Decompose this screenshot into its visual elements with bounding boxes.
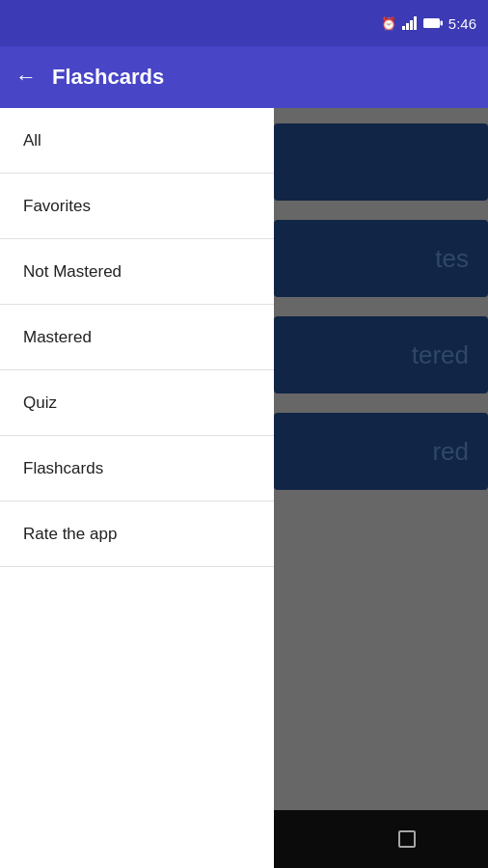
drawer-item-mastered[interactable]: Mastered xyxy=(0,305,274,370)
drawer: All Favorites Not Mastered Mastered Quiz… xyxy=(0,108,274,868)
svg-rect-1 xyxy=(406,23,409,30)
svg-rect-0 xyxy=(402,26,405,30)
back-button[interactable]: ← xyxy=(15,65,37,90)
svg-rect-2 xyxy=(410,20,413,30)
drawer-item-all[interactable]: All xyxy=(0,108,274,174)
app-bar: ← Flashcards xyxy=(0,46,488,108)
drawer-item-quiz[interactable]: Quiz xyxy=(0,370,274,436)
drawer-item-rate-the-app[interactable]: Rate the app xyxy=(0,502,274,567)
svg-rect-3 xyxy=(414,16,417,30)
battery-icon xyxy=(423,17,443,29)
drawer-item-not-mastered[interactable]: Not Mastered xyxy=(0,239,274,305)
status-icons: ⏰ 5:46 xyxy=(381,15,476,32)
app-bar-title: Flashcards xyxy=(52,65,164,90)
signal-icon xyxy=(402,16,418,30)
drawer-item-flashcards[interactable]: Flashcards xyxy=(0,436,274,502)
main-content: All Favorites Not Mastered Mastered Quiz… xyxy=(0,108,488,868)
status-time: 5:46 xyxy=(448,15,476,32)
svg-rect-4 xyxy=(423,18,440,28)
svg-rect-5 xyxy=(440,21,443,26)
bg-content: tes tered red xyxy=(274,108,488,868)
overlay-dim[interactable] xyxy=(274,108,488,868)
drawer-item-favorites[interactable]: Favorites xyxy=(0,174,274,239)
alarm-icon: ⏰ xyxy=(381,16,396,31)
status-bar: ⏰ 5:46 xyxy=(0,0,488,46)
